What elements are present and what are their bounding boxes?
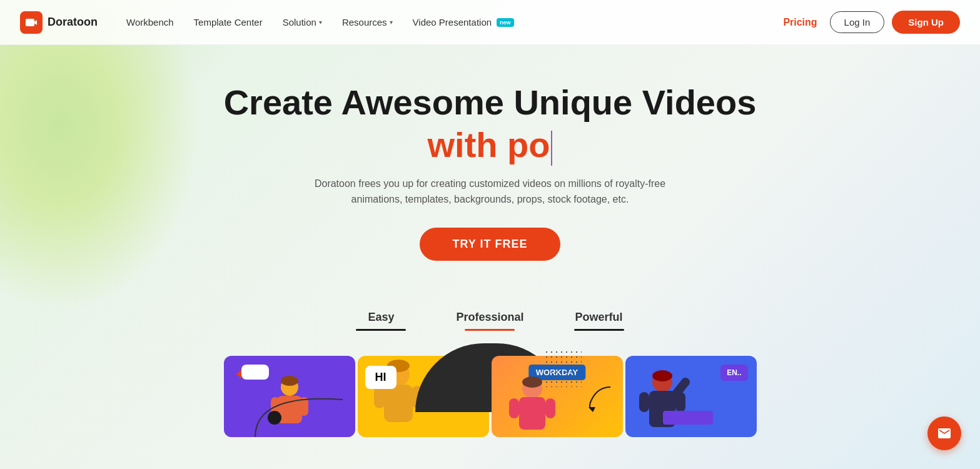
tab-easy[interactable]: Easy xyxy=(356,311,406,331)
resources-chevron-icon: ▾ xyxy=(390,19,393,26)
card-blue: EN.. xyxy=(625,356,757,437)
tab-professional-underline xyxy=(465,329,515,331)
dot-pattern xyxy=(544,350,582,387)
nav-resources[interactable]: Resources ▾ xyxy=(333,12,402,33)
chat-icon xyxy=(937,426,952,441)
text-cursor xyxy=(551,131,552,166)
preview-section: ✦ xyxy=(0,343,980,437)
tab-professional-label: Professional xyxy=(456,311,523,324)
logo-text: Doratoon xyxy=(48,16,98,29)
svg-rect-8 xyxy=(384,385,413,422)
svg-rect-5 xyxy=(300,397,308,416)
tab-powerful-label: Powerful xyxy=(575,311,623,324)
hero-subtitle: with po xyxy=(13,125,967,165)
svg-line-23 xyxy=(675,382,685,395)
nav-pricing[interactable]: Pricing xyxy=(778,12,822,33)
decorative-dot xyxy=(268,411,281,425)
arrow-icon xyxy=(579,381,617,412)
nav-workbench[interactable]: Workbench xyxy=(118,12,183,33)
purple-decorative-rect xyxy=(663,411,713,425)
svg-rect-9 xyxy=(374,386,385,408)
nav-links: Workbench Template Center Solution ▾ Res… xyxy=(118,12,778,33)
solution-chevron-icon: ▾ xyxy=(319,19,322,26)
new-badge: new xyxy=(497,18,514,27)
svg-rect-20 xyxy=(639,392,649,412)
nav-video-presentation[interactable]: Video Presentation new xyxy=(404,12,523,33)
card-purple: ✦ xyxy=(224,356,355,437)
svg-rect-15 xyxy=(545,398,555,418)
nav-right: Pricing Log In Sign Up xyxy=(778,11,960,34)
tabs-section: Easy Professional Powerful xyxy=(0,311,980,331)
tab-easy-underline xyxy=(356,329,406,331)
person-4-icon xyxy=(634,368,690,437)
logo-icon xyxy=(20,11,43,34)
speech-bubble-1 xyxy=(241,365,269,380)
tab-powerful[interactable]: Powerful xyxy=(574,311,624,331)
tab-easy-label: Easy xyxy=(368,311,394,324)
tab-powerful-underline xyxy=(574,329,624,331)
en-badge: EN.. xyxy=(720,365,747,381)
navbar: Doratoon Workbench Template Center Solut… xyxy=(0,0,980,45)
logo[interactable]: Doratoon xyxy=(20,11,98,34)
svg-marker-17 xyxy=(589,407,595,412)
nav-solution[interactable]: Solution ▾ xyxy=(274,12,331,33)
signup-button[interactable]: Sign Up xyxy=(892,11,960,34)
login-button[interactable]: Log In xyxy=(830,11,885,33)
tab-professional[interactable]: Professional xyxy=(456,311,523,331)
svg-point-22 xyxy=(652,370,672,381)
chat-button[interactable] xyxy=(927,416,961,450)
hi-bubble: HI xyxy=(365,366,397,389)
svg-rect-0 xyxy=(26,19,34,26)
hero-description: Doratoon frees you up for creating custo… xyxy=(296,176,684,208)
svg-rect-13 xyxy=(519,397,545,430)
svg-point-16 xyxy=(522,376,542,388)
hero-title: Create Awesome Unique Videos xyxy=(13,83,967,123)
try-it-free-button[interactable]: TRY IT FREE xyxy=(420,228,560,261)
hero-section: Create Awesome Unique Videos with po Dor… xyxy=(0,45,980,286)
svg-point-6 xyxy=(281,376,298,386)
svg-rect-14 xyxy=(509,398,519,418)
nav-template-center[interactable]: Template Center xyxy=(185,12,271,33)
